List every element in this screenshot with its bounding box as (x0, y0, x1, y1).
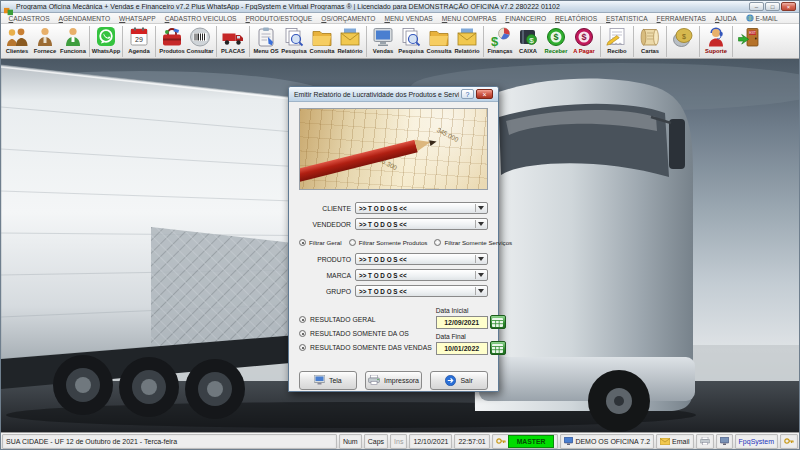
toolbar-relatorio-os[interactable]: Relatório (336, 25, 364, 54)
dialog-close-button[interactable]: × (476, 89, 493, 99)
toolbar-receber[interactable]: $ Receber (542, 25, 570, 54)
toolbar-cartas[interactable]: Cartas (636, 25, 664, 54)
toolbar-fornecedores[interactable]: Fornece (31, 25, 59, 54)
vendedor-label: VENDEDOR (299, 221, 351, 228)
cliente-label: CLIENTE (299, 205, 351, 212)
menu-item-cadastros[interactable]: CADASTROS (4, 15, 54, 22)
toolbar: Clientes Fornece Funciona WhatsApp 29 Ag… (1, 24, 799, 59)
menu-item-financeiro[interactable]: FINANCEIRO (501, 15, 551, 22)
toolbar-consulta-vendas[interactable]: Consulta (425, 25, 453, 54)
svg-text:$: $ (581, 32, 586, 42)
pc-icon (720, 437, 729, 446)
menu-item-email[interactable]: E-MAIL (741, 14, 782, 22)
svg-text:29: 29 (135, 36, 143, 43)
menu-item-cadastro-veiculos[interactable]: CADASTRO VEICULOS (160, 15, 241, 22)
supplier-icon (33, 25, 57, 48)
status-monitor (716, 434, 733, 449)
radio-filtrar-somente-servicos[interactable] (434, 239, 441, 246)
support-agent-icon (704, 25, 728, 48)
menubar: CADASTROS AGENDAMENTO WHATSAPP CADASTRO … (1, 13, 799, 24)
grupo-select[interactable]: >> T O D O S << (355, 285, 488, 297)
svg-text:$: $ (682, 32, 686, 39)
statusbar: SUA CIDADE - UF 12 de Outubro de 2021 - … (1, 432, 799, 450)
data-inicial-input[interactable]: 12/09/2021 (436, 316, 488, 329)
toolbar-sair-sistema[interactable]: EXIT (735, 25, 763, 48)
toolbar-clientes[interactable]: Clientes (3, 25, 31, 54)
barcode-icon (188, 25, 212, 48)
menu-item-os-orcamento[interactable]: OS/ORÇAMENTO (317, 15, 380, 22)
toolbox-icon (160, 25, 184, 48)
finance-icon: $ (488, 25, 512, 48)
printer-icon (368, 375, 380, 386)
radio-resultado-somente-das-vendas[interactable] (299, 344, 306, 351)
toolbar-menu-os[interactable]: Menu OS (252, 25, 280, 54)
toolbar-separator (666, 26, 667, 57)
app-icon (4, 2, 13, 11)
menu-item-menu-vendas[interactable]: MENU VENDAS (380, 15, 437, 22)
status-email-button[interactable]: Email (656, 434, 694, 449)
toolbar-recibo[interactable]: Recibo (603, 25, 631, 54)
sair-button[interactable]: Sair (430, 371, 488, 390)
chevron-down-icon (475, 220, 486, 228)
toolbar-placas[interactable]: PLACAS (219, 25, 247, 54)
toolbar-vendas[interactable]: Vendas (369, 25, 397, 54)
report-photo: 345.000 36.300 (299, 108, 488, 190)
menu-item-produto-estoque[interactable]: PRODUTO/ESTOQUE (241, 15, 317, 22)
menu-item-ajuda[interactable]: AJUDA (710, 15, 741, 22)
toolbar-suporte[interactable]: Suporte (702, 25, 730, 54)
radio-filtrar-geral[interactable] (299, 239, 306, 246)
desktop-background: Emitir Relatório de Lucratividade dos Pr… (1, 59, 799, 432)
toolbar-agenda[interactable]: 29 Agenda (125, 25, 153, 54)
search-pages-icon (399, 25, 423, 48)
toolbar-whatsapp[interactable]: WhatsApp (92, 25, 120, 54)
toolbar-moedas[interactable]: $ (669, 25, 697, 48)
cliente-select[interactable]: >> T O D O S << (355, 202, 488, 214)
toolbar-financas[interactable]: $ Finanças (486, 25, 514, 54)
marca-label: MARCA (299, 272, 351, 279)
radio-filtrar-somente-produtos[interactable] (349, 239, 356, 246)
produto-select[interactable]: >> T O D O S << (355, 253, 488, 265)
impressora-button[interactable]: Impressora (365, 371, 423, 390)
menu-item-estatistica[interactable]: ESTATISTICA (602, 15, 653, 22)
toolbar-caixa[interactable]: $ CAIXA (514, 25, 542, 54)
maximize-button[interactable]: □ (765, 2, 780, 11)
toolbar-separator (732, 26, 733, 57)
calendar-icon: 29 (127, 25, 151, 48)
marca-select[interactable]: >> T O D O S << (355, 269, 488, 281)
toolbar-funcionarios[interactable]: Funciona (59, 25, 87, 54)
tela-button[interactable]: Tela (299, 371, 357, 390)
toolbar-consultar-produtos[interactable]: Consultar (186, 25, 214, 54)
menu-item-menu-compras[interactable]: MENU COMPRAS (437, 15, 501, 22)
scroll-icon (638, 25, 662, 48)
close-window-button[interactable]: × (781, 2, 796, 11)
toolbar-a-pagar[interactable]: $ A Pagar (570, 25, 598, 54)
calendar-button-inicial[interactable] (490, 315, 506, 329)
toolbar-relatorio-vendas[interactable]: Relatório (453, 25, 481, 54)
status-brand: FpqSystem (735, 434, 778, 449)
status-num-lock: Num (339, 434, 362, 449)
chevron-down-icon (475, 271, 486, 279)
toolbar-pesquisa-os[interactable]: Pesquisa (280, 25, 308, 54)
menu-item-whatsapp[interactable]: WHATSAPP (115, 15, 161, 22)
calendar-button-final[interactable] (490, 341, 506, 355)
dialog-help-button[interactable]: ? (461, 89, 474, 99)
radio-resultado-geral[interactable] (299, 316, 306, 323)
menu-item-relatorios[interactable]: RELATÓRIOS (551, 15, 602, 22)
svg-text:EXIT: EXIT (749, 31, 756, 35)
status-date: 12/10/2021 (409, 434, 452, 449)
globe-icon (746, 14, 754, 22)
truck-icon (221, 25, 245, 48)
svg-text:$: $ (491, 33, 499, 48)
menu-item-ferramentas[interactable]: FERRAMENTAS (652, 15, 710, 22)
toolbar-produtos[interactable]: Produtos (158, 25, 186, 54)
toolbar-pesquisa-vendas[interactable]: Pesquisa (397, 25, 425, 54)
data-final-input[interactable]: 10/01/2022 (436, 342, 488, 355)
folder-icon (427, 25, 451, 48)
vendedor-select[interactable]: >> T O D O S << (355, 218, 488, 230)
radio-resultado-somente-da-os[interactable] (299, 330, 306, 337)
minimize-button[interactable]: – (749, 2, 764, 11)
receipt-icon (605, 25, 629, 48)
toolbar-consulta-os[interactable]: Consulta (308, 25, 336, 54)
menu-item-agendamento[interactable]: AGENDAMENTO (54, 15, 115, 22)
dialog-title: Emitir Relatório de Lucratividade dos Pr… (294, 91, 459, 98)
